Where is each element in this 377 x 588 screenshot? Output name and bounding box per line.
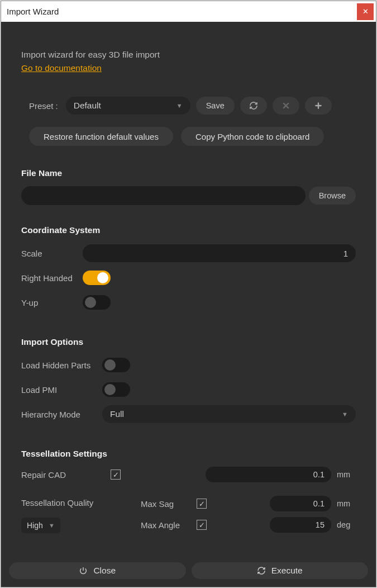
preset-value: Default — [74, 101, 101, 111]
max-sag-row: Max Sag ✓ mm — [141, 496, 356, 511]
restore-defaults-label: Restore function default values — [44, 132, 159, 141]
right-handed-row: Right Handed — [21, 268, 356, 288]
copy-python-label: Copy Python code to clipboard — [195, 132, 309, 141]
repair-cad-checkbox[interactable]: ✓ — [111, 470, 121, 480]
repair-cad-unit: mm — [337, 470, 356, 479]
tess-quality-value: High — [27, 521, 43, 530]
window-title: Import Wizard — [7, 7, 59, 16]
preset-row: Preset : Default ▼ Save — [29, 97, 356, 115]
save-preset-button[interactable]: Save — [196, 97, 235, 115]
toggle-knob — [104, 384, 116, 395]
footer: Close Execute — [1, 557, 376, 587]
preset-select[interactable]: Default ▼ — [66, 97, 190, 115]
scale-input[interactable] — [83, 244, 356, 262]
check-icon: ✓ — [199, 521, 205, 529]
max-sag-unit: mm — [337, 499, 356, 508]
load-hidden-row: Load Hidden Parts — [21, 355, 356, 375]
action-buttons-row: Restore function default values Copy Pyt… — [29, 127, 356, 146]
close-label: Close — [93, 566, 116, 576]
hierarchy-select[interactable]: Full ▼ — [102, 405, 356, 423]
check-icon: ✓ — [113, 471, 119, 479]
content-area: Import wizard for easy 3D file import Go… — [1, 22, 376, 557]
max-angle-input[interactable] — [270, 517, 331, 533]
titlebar: Import Wizard ✕ — [1, 1, 376, 22]
execute-label: Execute — [271, 566, 303, 576]
close-button[interactable]: Close — [9, 562, 186, 579]
scale-row: Scale — [21, 243, 356, 263]
refresh-icon — [249, 101, 258, 110]
load-pmi-row: Load PMI — [21, 380, 356, 400]
hierarchy-label: Hierarchy Mode — [21, 410, 102, 419]
intro-text: Import wizard for easy 3D file import — [21, 50, 356, 60]
max-sag-label: Max Sag — [141, 499, 191, 509]
chevron-down-icon: ▼ — [49, 522, 55, 529]
preset-label: Preset : — [29, 101, 58, 111]
repair-cad-label: Repair CAD — [21, 470, 77, 480]
coord-heading: Coordinate System — [21, 225, 356, 235]
max-angle-checkbox[interactable]: ✓ — [197, 520, 207, 530]
tess-quality-block: Tessellation Quality High ▼ — [21, 496, 105, 533]
yup-row: Y-up — [21, 292, 356, 312]
import-wizard-window: Import Wizard ✕ Import wizard for easy 3… — [1, 1, 376, 587]
chevron-down-icon: ▼ — [342, 411, 348, 418]
max-sag-checkbox[interactable]: ✓ — [197, 499, 207, 509]
add-preset-button[interactable] — [305, 97, 332, 115]
window-close-button[interactable]: ✕ — [357, 3, 374, 20]
plus-icon — [314, 102, 322, 110]
yup-toggle[interactable] — [83, 295, 111, 310]
file-name-row: Browse — [21, 186, 356, 205]
tess-params: Max Sag ✓ mm Max Angle ✓ deg — [141, 496, 356, 538]
copy-python-button[interactable]: Copy Python code to clipboard — [181, 127, 324, 146]
file-name-input[interactable] — [21, 186, 306, 205]
max-angle-row: Max Angle ✓ deg — [141, 517, 356, 533]
load-hidden-label: Load Hidden Parts — [21, 361, 102, 370]
max-angle-label: Max Angle — [141, 520, 191, 530]
tess-quality-select[interactable]: High ▼ — [21, 518, 60, 533]
load-hidden-toggle[interactable] — [102, 358, 130, 372]
delete-preset-button[interactable] — [273, 97, 299, 115]
right-handed-label: Right Handed — [21, 273, 83, 283]
file-name-heading: File Name — [21, 168, 356, 178]
browse-button[interactable]: Browse — [309, 187, 356, 205]
tessellation-heading: Tessellation Settings — [21, 449, 356, 459]
load-pmi-toggle[interactable] — [102, 382, 130, 397]
scale-label: Scale — [21, 249, 83, 258]
load-pmi-label: Load PMI — [21, 385, 102, 395]
toggle-knob — [97, 272, 108, 283]
tessellation-quality-row: Tessellation Quality High ▼ Max Sag ✓ mm… — [21, 496, 356, 538]
repair-cad-value-input[interactable] — [206, 467, 331, 482]
toggle-knob — [104, 359, 116, 371]
close-icon: ✕ — [362, 7, 369, 16]
documentation-link[interactable]: Go to documentation — [21, 63, 356, 73]
execute-button[interactable]: Execute — [192, 562, 369, 579]
x-icon — [282, 102, 290, 110]
chevron-down-icon: ▼ — [176, 102, 183, 109]
refresh-preset-button[interactable] — [240, 97, 267, 115]
refresh-icon — [257, 566, 266, 575]
browse-label: Browse — [319, 191, 346, 200]
toggle-knob — [85, 297, 96, 308]
save-preset-label: Save — [206, 101, 225, 110]
power-icon — [79, 566, 88, 575]
import-options-heading: Import Options — [21, 337, 356, 347]
repair-cad-row: Repair CAD ✓ mm — [21, 467, 356, 482]
hierarchy-row: Hierarchy Mode Full ▼ — [21, 404, 356, 424]
max-sag-input[interactable] — [270, 496, 331, 511]
right-handed-toggle[interactable] — [83, 271, 111, 285]
restore-defaults-button[interactable]: Restore function default values — [29, 127, 173, 146]
max-angle-unit: deg — [337, 520, 356, 529]
yup-label: Y-up — [21, 298, 83, 307]
check-icon: ✓ — [199, 500, 205, 508]
tess-quality-label: Tessellation Quality — [21, 498, 93, 508]
hierarchy-value: Full — [110, 409, 124, 419]
